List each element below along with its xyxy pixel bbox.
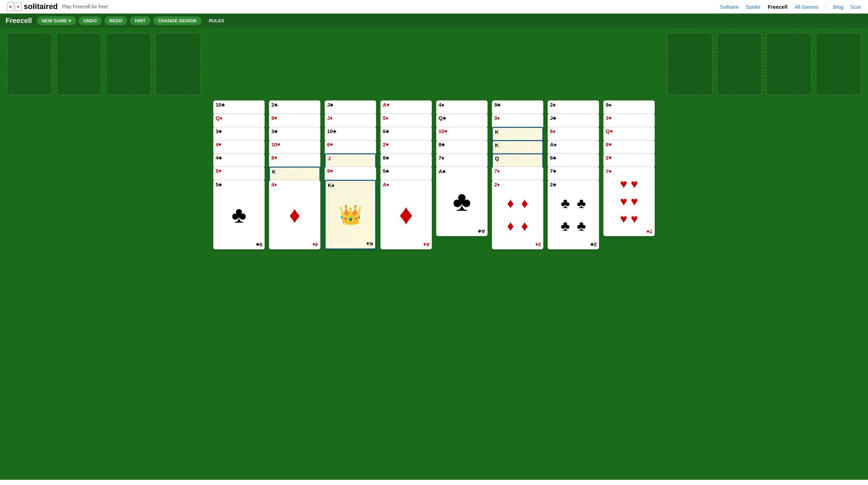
foundation-cell-3[interactable] [766, 33, 812, 95]
card[interactable]: 4♥ [213, 140, 265, 155]
column-1[interactable]: 10♣ Q♦ 3♣ 4♥ 4♣ [213, 100, 265, 275]
header: ♠ ♦ solitaired Play Freecell for free! S… [0, 0, 868, 14]
card[interactable]: 4♠ [436, 100, 488, 115]
free-cells [7, 33, 201, 95]
hint-button[interactable]: HINT [130, 16, 150, 25]
card[interactable]: 10♥ [269, 140, 320, 155]
free-cell-4[interactable] [155, 33, 201, 95]
card[interactable]: 5♥ [213, 167, 265, 181]
free-cell-2[interactable] [56, 33, 102, 95]
card[interactable]: 2♦ ♦♦ ♦♦ 2♦ [492, 180, 543, 249]
card[interactable]: 3♣ [213, 127, 265, 141]
card[interactable]: 6♥ [325, 140, 376, 155]
card[interactable]: 2♠ [548, 100, 599, 115]
card[interactable]: 7♣ [548, 167, 599, 181]
card[interactable]: 7♥ ♥♥ ♥♥ ♥♥ 7♥ [603, 167, 655, 236]
card[interactable]: K [269, 167, 320, 181]
nav-blog[interactable]: Blog [833, 4, 843, 10]
card[interactable]: 6♣ [548, 153, 599, 168]
change-design-button[interactable]: CHANGE DESIGN [153, 16, 201, 25]
undo-button[interactable]: UNDO [79, 16, 102, 25]
nav-all-games[interactable]: All Games [795, 4, 819, 10]
free-cell-3[interactable] [106, 33, 151, 95]
card[interactable]: 5♣ [380, 167, 432, 181]
free-cell-1[interactable] [7, 33, 52, 95]
card[interactable]: A♦ ♦ A♦ [380, 180, 432, 249]
card[interactable]: 2♣ [269, 100, 320, 115]
dropdown-arrow-icon: ▾ [69, 18, 71, 23]
column-2[interactable]: 2♣ 9♥ 3♣ 10♥ 8♥ K [269, 100, 320, 275]
logo-card-2: ♦ [15, 2, 22, 11]
column-7[interactable]: 2♠ J♣ 6♦ A♠ 6♣ 7♣ [548, 100, 599, 275]
card[interactable]: 2♥ [603, 153, 655, 168]
nav-scores[interactable]: Scor [850, 4, 861, 10]
column-5[interactable]: 4♠ Q♣ 10♥ 8♣ 7♠ A♣ ♣ [436, 100, 488, 275]
card[interactable]: A♥ [380, 100, 432, 115]
card[interactable]: 4♣ [213, 153, 265, 168]
card[interactable]: Q♥ [603, 127, 655, 141]
logo-icon: ♠ ♦ [7, 2, 22, 11]
card[interactable]: 10♣ [325, 127, 376, 141]
card[interactable]: J♣ [325, 100, 376, 115]
card[interactable]: 5♣ ♣ 5♣ [213, 180, 265, 249]
nav-divider [826, 3, 826, 10]
nav-freecell[interactable]: Freecell [768, 4, 788, 10]
card[interactable]: 8♣ [436, 140, 488, 155]
card[interactable]: K♠ 👑 K♠ [325, 180, 376, 249]
card[interactable]: A♠ [548, 140, 599, 155]
card[interactable]: Q [492, 153, 543, 168]
foundation-cells [667, 33, 861, 95]
header-nav: Solitaire Spider Freecell All Games Blog… [720, 3, 861, 10]
card[interactable]: Q♣ [436, 114, 488, 128]
column-8[interactable]: 9♠ 3♥ Q♥ 8♥ 2♥ 7♥ [603, 100, 655, 275]
card[interactable]: 8♥ [603, 140, 655, 155]
card[interactable]: 7♠ [436, 153, 488, 168]
logo[interactable]: ♠ ♦ solitaired [7, 2, 58, 11]
column-3[interactable]: J♣ J♦ 10♣ 6♥ J 9♥ [325, 100, 376, 275]
game-area: 10♣ Q♦ 3♣ 4♥ 4♣ [0, 28, 868, 480]
card[interactable]: 9♠ [603, 100, 655, 115]
card[interactable]: 9♣ [492, 100, 543, 115]
card[interactable]: 3♦ [492, 114, 543, 128]
column-6[interactable]: 9♣ 3♦ K K Q 7♦ [492, 100, 543, 275]
header-left: ♠ ♦ solitaired Play Freecell for free! [7, 2, 108, 11]
card[interactable]: Q♦ [213, 114, 265, 128]
card[interactable]: 6♣ [380, 127, 432, 141]
card[interactable]: K [492, 127, 543, 141]
toolbar: Freecell NEW GAME ▾ UNDO REDO HINT CHANG… [0, 14, 868, 28]
logo-card-1: ♠ [7, 2, 14, 11]
card[interactable]: J♦ [325, 114, 376, 128]
card[interactable]: 8♣ [380, 153, 432, 168]
card[interactable]: 7♦ [492, 167, 543, 181]
top-row [7, 33, 861, 95]
column-4[interactable]: A♥ 5♦ 6♣ 2♥ 8♣ 5♣ [380, 100, 432, 275]
card[interactable]: J [325, 153, 376, 168]
card[interactable]: 9♥ [269, 114, 320, 128]
card[interactable]: 5♦ [380, 114, 432, 128]
tagline: Play Freecell for free! [62, 4, 108, 9]
card[interactable]: 3♣ [269, 127, 320, 141]
card[interactable]: 8♥ [269, 153, 320, 168]
foundation-cell-4[interactable] [816, 33, 861, 95]
card[interactable]: 3♥ [603, 114, 655, 128]
foundation-cell-1[interactable] [667, 33, 713, 95]
card[interactable]: K [492, 140, 543, 155]
card[interactable]: 10♣ [213, 100, 265, 115]
card[interactable]: 6♦ [548, 127, 599, 141]
card[interactable]: 4♦ ♦ 4♦ [269, 180, 320, 249]
card[interactable]: J♣ [548, 114, 599, 128]
card[interactable]: A♣ ♣ A♣ [436, 167, 488, 236]
redo-button[interactable]: REDO [104, 16, 127, 25]
logo-text: solitaired [24, 2, 58, 11]
card[interactable]: 10♥ [436, 127, 488, 141]
card[interactable]: 2♣ ♣♣ ♣♣ 2♣ [548, 180, 599, 249]
new-game-button[interactable]: NEW GAME ▾ [37, 16, 76, 25]
nav-solitaire[interactable]: Solitaire [720, 4, 739, 10]
game-title: Freecell [6, 17, 32, 25]
foundation-cell-2[interactable] [717, 33, 762, 95]
nav-spider[interactable]: Spider [746, 4, 761, 10]
columns-row: 10♣ Q♦ 3♣ 4♥ 4♣ [7, 100, 861, 275]
card[interactable]: 2♥ [380, 140, 432, 155]
card[interactable]: 9♥ [325, 167, 376, 181]
rules-button[interactable]: RULES [204, 16, 229, 25]
